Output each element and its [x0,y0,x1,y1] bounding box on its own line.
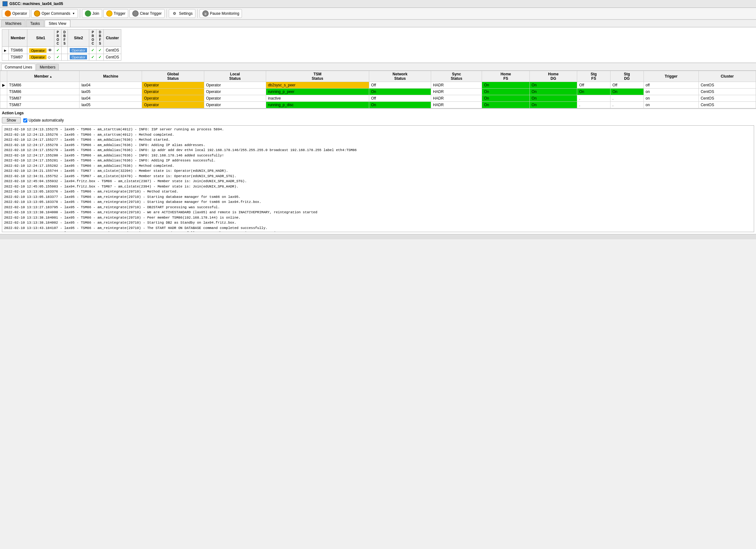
toolbar-separator-2 [167,9,167,18]
logs-toolbar: Show Update automatically [2,117,754,124]
col-site1: Site1 [27,30,54,47]
update-auto-label[interactable]: Update automatically [23,118,64,123]
col-h-network-status: NetworkStatus [369,71,431,82]
col-h-indicator [0,71,7,82]
clear-trigger-icon [132,10,139,17]
dbfs2-2: ✓ [96,54,104,61]
cmd-tabs: Command Lines Members [0,63,756,71]
sites-section: Member Site1 PROC DBFS Site2 PROC DBFS C… [0,27,756,63]
members-row-3: TSM87lax05OperatorOperatorrunning_p_disc… [0,102,756,108]
col-h-local-status: LocalStatus [204,71,266,82]
toolbar-separator-1 [80,9,80,18]
operator-icon [5,10,11,17]
oper-commands-icon [34,10,40,17]
dbfs2-1: ✓ [96,47,104,54]
proc2-2: ✓ [89,54,96,61]
action-logs-title: Action Logs [2,111,754,115]
col-h-trigger: Trigger [644,71,698,82]
dbfs1-2 [61,54,68,61]
oper-commands-dropdown-arrow: ▼ [72,12,75,15]
members-row-2: TSM87lax04OperatorOperatorinactiveOffHAD… [0,95,756,102]
members-row-1: TSM86lax05OperatorOperatorrunning_p_peer… [0,89,756,95]
col-h-tsm-status: TSMStatus [266,71,369,82]
operator-label: Operator [12,11,27,16]
dbfs1-1 [61,47,68,54]
sites-row-1: ▶ TSM86 Operator 👁 ✓ Operator ✓ ✓ CentOS [2,47,121,54]
tab-tasks[interactable]: Tasks [26,20,44,27]
col-h-global-status: GlobalStatus [142,71,204,82]
status-text [2,235,3,239]
settings-icon: ⚙ [172,10,178,17]
show-button[interactable]: Show [2,117,21,124]
clear-trigger-button[interactable]: Clear Trigger [129,9,164,18]
col-proc1: PROC [54,30,61,47]
cluster-1: CentOS [104,47,121,54]
col-proc2: PROC [89,30,96,47]
settings-label: Settings [179,11,193,16]
trigger-icon [106,10,112,17]
pause-monitoring-label: Pause Monitoring [210,11,239,16]
members-row-0: ▶TSM86lax04OperatorOperatordb2sysc_s_pee… [0,82,756,89]
title-bar: GSCC: machines_lax04_lax05 [0,0,756,8]
col-h-home-dg: HomeDG [529,71,577,82]
col-h-cluster: Cluster [698,71,756,82]
col-h-member[interactable]: Member [7,71,79,82]
toolbar: Operator Oper Commands ▼ Join Trigger Cl… [0,8,756,20]
proc1-1: ✓ [54,47,61,54]
join-label: Join [92,11,99,16]
site2-2: Operator [68,54,89,61]
col-h-stg-fs: StgFS [577,71,611,82]
content-area: Member Site1 PROC DBFS Site2 PROC DBFS C… [0,27,756,234]
sites-table: Member Site1 PROC DBFS Site2 PROC DBFS C… [2,29,121,61]
window-title: GSCC: machines_lax04_lax05 [9,2,63,6]
update-auto-text: Update automatically [29,118,64,123]
col-member: Member [9,30,27,47]
oper-commands-label: Oper Commands [41,11,70,16]
col-indicator [2,30,9,47]
member-1: TSM86 [9,47,27,54]
row-indicator-1: ▶ [2,47,9,54]
col-h-sync-status: SyncStatus [431,71,482,82]
proc1-2: ✓ [54,54,61,61]
cluster-2: CentOS [104,54,121,61]
site1-2: Operator ◇ [27,54,54,61]
member-2: TSM87 [9,54,27,61]
site1-1: Operator 👁 [27,47,54,54]
action-logs-section: Action Logs Show Update automatically 20… [0,109,756,234]
col-h-machine: Machine [79,71,142,82]
log-content[interactable]: 2022-02-10 12:24:13.155275 - lax05 - TSM… [2,125,754,232]
pause-monitoring-icon: ⏸ [202,10,209,17]
proc2-1: ✓ [89,47,96,54]
site2-1: Operator [68,47,89,54]
join-button[interactable]: Join [82,9,102,18]
members-table: Member Machine GlobalStatus LocalStatus … [0,71,756,108]
col-cluster: Cluster [104,30,121,47]
sites-row-2: TSM87 Operator ◇ ✓ Operator ✓ ✓ CentOS [2,54,121,61]
col-h-stg-dg: StgDG [610,71,644,82]
members-table-wrapper: Member Machine GlobalStatus LocalStatus … [0,71,756,108]
clear-trigger-label: Clear Trigger [140,11,162,16]
col-dbfs2: DBFS [96,30,104,47]
toolbar-separator-3 [197,9,198,18]
settings-button[interactable]: ⚙ Settings [169,9,195,18]
cmd-section: Command Lines Members Member Machine Glo… [0,63,756,109]
operator-button[interactable]: Operator [2,9,30,18]
tab-sites-view[interactable]: Sites View [45,20,70,27]
trigger-label: Trigger [114,11,126,16]
row-indicator-2 [2,54,9,61]
trigger-button[interactable]: Trigger [103,9,129,18]
col-dbfs1: DBFS [61,30,68,47]
cmd-tab-command-lines[interactable]: Command Lines [1,64,36,70]
tab-machines[interactable]: Machines [1,20,25,27]
cmd-tab-members[interactable]: Members [36,64,59,70]
status-bar [0,234,756,239]
update-auto-checkbox[interactable] [23,118,27,123]
col-h-home-fs: HomeFS [482,71,529,82]
col-site2: Site2 [68,30,89,47]
join-icon [85,10,91,17]
app-icon [3,1,8,6]
oper-commands-button[interactable]: Oper Commands ▼ [31,9,78,18]
pause-monitoring-button[interactable]: ⏸ Pause Monitoring [200,9,242,18]
main-tabs: Machines Tasks Sites View [0,20,756,27]
